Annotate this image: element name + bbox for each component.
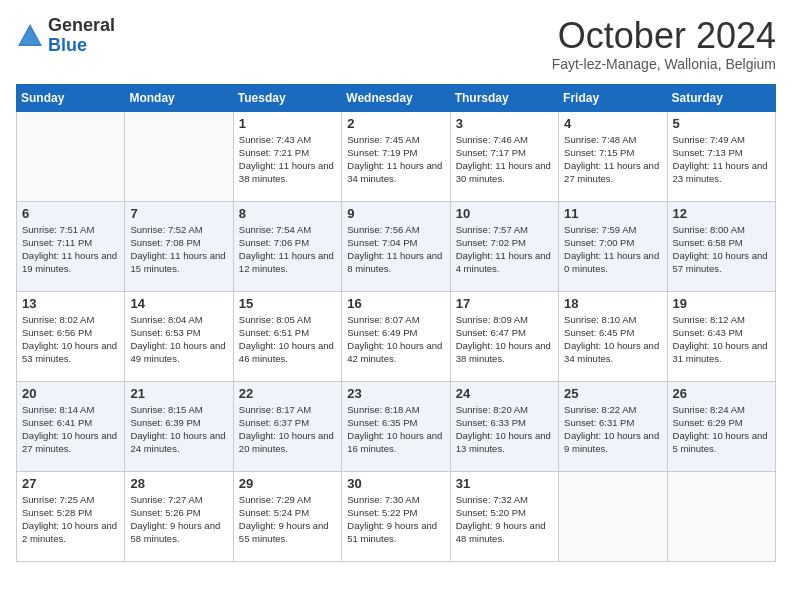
header-cell-sunday: Sunday: [17, 84, 125, 111]
calendar-cell: 30Sunrise: 7:30 AM Sunset: 5:22 PM Dayli…: [342, 471, 450, 561]
header-cell-monday: Monday: [125, 84, 233, 111]
day-number: 11: [564, 206, 661, 221]
logo: General Blue: [16, 16, 115, 56]
day-number: 7: [130, 206, 227, 221]
cell-detail: Sunrise: 7:57 AM Sunset: 7:02 PM Dayligh…: [456, 223, 553, 276]
calendar-cell: [559, 471, 667, 561]
day-number: 3: [456, 116, 553, 131]
title-block: October 2024 Fayt-lez-Manage, Wallonia, …: [552, 16, 776, 72]
month-title: October 2024: [552, 16, 776, 56]
header-cell-wednesday: Wednesday: [342, 84, 450, 111]
calendar-cell: 25Sunrise: 8:22 AM Sunset: 6:31 PM Dayli…: [559, 381, 667, 471]
cell-detail: Sunrise: 8:20 AM Sunset: 6:33 PM Dayligh…: [456, 403, 553, 456]
calendar-cell: 17Sunrise: 8:09 AM Sunset: 6:47 PM Dayli…: [450, 291, 558, 381]
calendar-cell: 3Sunrise: 7:46 AM Sunset: 7:17 PM Daylig…: [450, 111, 558, 201]
calendar-cell: 6Sunrise: 7:51 AM Sunset: 7:11 PM Daylig…: [17, 201, 125, 291]
cell-detail: Sunrise: 8:04 AM Sunset: 6:53 PM Dayligh…: [130, 313, 227, 366]
cell-detail: Sunrise: 8:22 AM Sunset: 6:31 PM Dayligh…: [564, 403, 661, 456]
header-row: SundayMondayTuesdayWednesdayThursdayFrid…: [17, 84, 776, 111]
cell-detail: Sunrise: 8:18 AM Sunset: 6:35 PM Dayligh…: [347, 403, 444, 456]
day-number: 6: [22, 206, 119, 221]
calendar-week-row: 1Sunrise: 7:43 AM Sunset: 7:21 PM Daylig…: [17, 111, 776, 201]
calendar-cell: 8Sunrise: 7:54 AM Sunset: 7:06 PM Daylig…: [233, 201, 341, 291]
cell-detail: Sunrise: 7:25 AM Sunset: 5:28 PM Dayligh…: [22, 493, 119, 546]
cell-detail: Sunrise: 8:24 AM Sunset: 6:29 PM Dayligh…: [673, 403, 770, 456]
cell-detail: Sunrise: 7:43 AM Sunset: 7:21 PM Dayligh…: [239, 133, 336, 186]
calendar-cell: [125, 111, 233, 201]
day-number: 4: [564, 116, 661, 131]
logo-icon: [16, 22, 44, 50]
calendar-cell: 22Sunrise: 8:17 AM Sunset: 6:37 PM Dayli…: [233, 381, 341, 471]
day-number: 20: [22, 386, 119, 401]
calendar-cell: 16Sunrise: 8:07 AM Sunset: 6:49 PM Dayli…: [342, 291, 450, 381]
cell-detail: Sunrise: 7:51 AM Sunset: 7:11 PM Dayligh…: [22, 223, 119, 276]
calendar-cell: 1Sunrise: 7:43 AM Sunset: 7:21 PM Daylig…: [233, 111, 341, 201]
day-number: 18: [564, 296, 661, 311]
cell-detail: Sunrise: 7:59 AM Sunset: 7:00 PM Dayligh…: [564, 223, 661, 276]
cell-detail: Sunrise: 8:07 AM Sunset: 6:49 PM Dayligh…: [347, 313, 444, 366]
calendar-cell: 21Sunrise: 8:15 AM Sunset: 6:39 PM Dayli…: [125, 381, 233, 471]
logo-text: General Blue: [48, 16, 115, 56]
day-number: 24: [456, 386, 553, 401]
day-number: 17: [456, 296, 553, 311]
cell-detail: Sunrise: 7:49 AM Sunset: 7:13 PM Dayligh…: [673, 133, 770, 186]
cell-detail: Sunrise: 7:46 AM Sunset: 7:17 PM Dayligh…: [456, 133, 553, 186]
calendar-cell: 2Sunrise: 7:45 AM Sunset: 7:19 PM Daylig…: [342, 111, 450, 201]
calendar-cell: 10Sunrise: 7:57 AM Sunset: 7:02 PM Dayli…: [450, 201, 558, 291]
day-number: 30: [347, 476, 444, 491]
cell-detail: Sunrise: 8:12 AM Sunset: 6:43 PM Dayligh…: [673, 313, 770, 366]
calendar-cell: 5Sunrise: 7:49 AM Sunset: 7:13 PM Daylig…: [667, 111, 775, 201]
cell-detail: Sunrise: 8:17 AM Sunset: 6:37 PM Dayligh…: [239, 403, 336, 456]
day-number: 14: [130, 296, 227, 311]
cell-detail: Sunrise: 7:29 AM Sunset: 5:24 PM Dayligh…: [239, 493, 336, 546]
svg-marker-1: [20, 28, 40, 44]
day-number: 28: [130, 476, 227, 491]
calendar-cell: 11Sunrise: 7:59 AM Sunset: 7:00 PM Dayli…: [559, 201, 667, 291]
day-number: 25: [564, 386, 661, 401]
day-number: 2: [347, 116, 444, 131]
header-cell-friday: Friday: [559, 84, 667, 111]
day-number: 1: [239, 116, 336, 131]
calendar-body: 1Sunrise: 7:43 AM Sunset: 7:21 PM Daylig…: [17, 111, 776, 561]
cell-detail: Sunrise: 8:00 AM Sunset: 6:58 PM Dayligh…: [673, 223, 770, 276]
calendar-week-row: 27Sunrise: 7:25 AM Sunset: 5:28 PM Dayli…: [17, 471, 776, 561]
calendar-cell: 26Sunrise: 8:24 AM Sunset: 6:29 PM Dayli…: [667, 381, 775, 471]
calendar-cell: 29Sunrise: 7:29 AM Sunset: 5:24 PM Dayli…: [233, 471, 341, 561]
calendar-cell: 12Sunrise: 8:00 AM Sunset: 6:58 PM Dayli…: [667, 201, 775, 291]
day-number: 5: [673, 116, 770, 131]
calendar-cell: 20Sunrise: 8:14 AM Sunset: 6:41 PM Dayli…: [17, 381, 125, 471]
cell-detail: Sunrise: 8:09 AM Sunset: 6:47 PM Dayligh…: [456, 313, 553, 366]
calendar-cell: 31Sunrise: 7:32 AM Sunset: 5:20 PM Dayli…: [450, 471, 558, 561]
day-number: 21: [130, 386, 227, 401]
calendar-cell: 4Sunrise: 7:48 AM Sunset: 7:15 PM Daylig…: [559, 111, 667, 201]
calendar-cell: 27Sunrise: 7:25 AM Sunset: 5:28 PM Dayli…: [17, 471, 125, 561]
page-header: General Blue October 2024 Fayt-lez-Manag…: [16, 16, 776, 72]
day-number: 12: [673, 206, 770, 221]
header-cell-thursday: Thursday: [450, 84, 558, 111]
day-number: 19: [673, 296, 770, 311]
day-number: 23: [347, 386, 444, 401]
location-subtitle: Fayt-lez-Manage, Wallonia, Belgium: [552, 56, 776, 72]
calendar-cell: 9Sunrise: 7:56 AM Sunset: 7:04 PM Daylig…: [342, 201, 450, 291]
day-number: 31: [456, 476, 553, 491]
cell-detail: Sunrise: 7:54 AM Sunset: 7:06 PM Dayligh…: [239, 223, 336, 276]
header-cell-tuesday: Tuesday: [233, 84, 341, 111]
calendar-cell: 28Sunrise: 7:27 AM Sunset: 5:26 PM Dayli…: [125, 471, 233, 561]
calendar-cell: 7Sunrise: 7:52 AM Sunset: 7:08 PM Daylig…: [125, 201, 233, 291]
calendar-cell: 24Sunrise: 8:20 AM Sunset: 6:33 PM Dayli…: [450, 381, 558, 471]
cell-detail: Sunrise: 8:15 AM Sunset: 6:39 PM Dayligh…: [130, 403, 227, 456]
calendar-cell: 19Sunrise: 8:12 AM Sunset: 6:43 PM Dayli…: [667, 291, 775, 381]
cell-detail: Sunrise: 7:32 AM Sunset: 5:20 PM Dayligh…: [456, 493, 553, 546]
day-number: 27: [22, 476, 119, 491]
calendar-cell: [667, 471, 775, 561]
day-number: 16: [347, 296, 444, 311]
day-number: 26: [673, 386, 770, 401]
cell-detail: Sunrise: 8:05 AM Sunset: 6:51 PM Dayligh…: [239, 313, 336, 366]
cell-detail: Sunrise: 7:27 AM Sunset: 5:26 PM Dayligh…: [130, 493, 227, 546]
cell-detail: Sunrise: 7:30 AM Sunset: 5:22 PM Dayligh…: [347, 493, 444, 546]
day-number: 10: [456, 206, 553, 221]
cell-detail: Sunrise: 8:14 AM Sunset: 6:41 PM Dayligh…: [22, 403, 119, 456]
day-number: 22: [239, 386, 336, 401]
cell-detail: Sunrise: 7:56 AM Sunset: 7:04 PM Dayligh…: [347, 223, 444, 276]
cell-detail: Sunrise: 7:48 AM Sunset: 7:15 PM Dayligh…: [564, 133, 661, 186]
